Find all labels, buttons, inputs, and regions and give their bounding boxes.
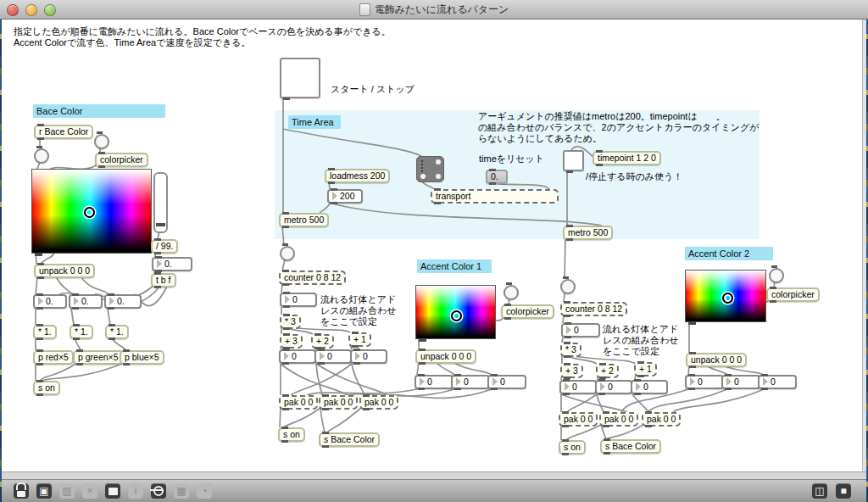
object-multiply-1[interactable]: * 1. [70,325,93,339]
object-pak[interactable]: pak 0 0 [642,412,681,427]
object-counter[interactable]: counter 0 8 12 [560,302,627,316]
inspector-icon[interactable]: i [128,483,143,499]
preset-dot[interactable] [420,174,426,179]
bang-button[interactable] [280,246,295,261]
bang-button[interactable] [34,148,49,164]
int-number-box[interactable]: 0 [279,349,316,364]
message-box-zero[interactable]: 0. [486,170,508,184]
split-view-icon[interactable]: ◫ [812,483,827,499]
object-send-on[interactable]: s on [559,440,586,455]
object-multiply-1[interactable]: * 1. [105,325,129,339]
color-swatch-accent-2[interactable] [685,270,766,322]
object-multiply-3[interactable]: * 3 [280,315,301,329]
object-receive-bace-color[interactable]: r Bace Color [34,125,93,139]
object-send-bace-color[interactable]: s Bace Color [319,432,380,447]
timepoint-toggle[interactable] [563,150,584,171]
note-line-3: らないようにしてあるため。 [478,133,760,144]
object-metro-500[interactable]: metro 500 [563,226,613,240]
object-loadmess-200[interactable]: loadmess 200 [325,169,390,183]
object-send-on[interactable]: s on [33,381,60,395]
object-pak[interactable]: pak 0 0 [599,412,638,427]
color-swatch-bace[interactable] [31,169,152,254]
int-number-box[interactable]: 0 [280,293,317,307]
object-pak[interactable]: pak 0 0 [279,395,318,410]
object-unpack[interactable]: unpack 0 0 0 [34,264,95,278]
object-colorpicker[interactable]: colorpicker [501,304,554,319]
lock-icon[interactable] [14,483,29,499]
bang-button[interactable] [769,268,784,283]
window-title-bar[interactable]: 電飾みたいに流れるパターン [0,0,868,20]
int-number-box[interactable]: 0 [721,375,760,389]
start-stop-toggle[interactable] [280,58,320,98]
patcher-canvas: 指定した色が順番に電飾みたいに流れる。Bace Colorでベースの色を決める事… [2,0,866,502]
swatch-marker[interactable] [722,293,733,304]
number-triangle-icon [74,297,79,305]
object-patcher-green[interactable]: p green×5 [73,350,124,365]
object-pak[interactable]: pak 0 0 [319,395,358,410]
int-number-box[interactable]: 0 [487,375,526,389]
swatch-marker[interactable] [84,207,95,218]
number-triangle-icon [157,259,162,268]
int-number-box[interactable]: 0 [758,375,797,389]
int-number-box[interactable]: 0 [685,375,724,389]
int-number-box[interactable]: 0 [559,380,597,394]
object-add-3[interactable]: + 3 [280,334,303,349]
minimize-window-button[interactable] [25,4,37,16]
object-metro-500[interactable]: metro 500 [279,213,329,227]
value-slider[interactable] [153,172,168,233]
object-trigger-bf[interactable]: t b f [151,273,176,287]
int-number-box[interactable]: 0 [350,349,387,364]
float-number-box[interactable]: 0. [152,257,192,271]
object-pak[interactable]: pak 0 0 [359,395,398,410]
bang-button[interactable] [94,134,109,149]
int-number-box[interactable]: 0 [314,349,352,364]
zoom-tool-icon[interactable]: ▨ [59,483,75,499]
delete-icon[interactable]: × [82,483,97,499]
zoom-window-button[interactable] [44,4,56,16]
object-divide-99[interactable]: / 99. [151,239,178,254]
object-colorpicker[interactable]: colorpicker [766,287,820,302]
int-number-box[interactable]: 0 [561,323,600,337]
float-number-box[interactable]: 0. [69,294,103,309]
grid-icon[interactable]: ▦ [174,483,189,499]
object-add-2[interactable]: + 2 [311,334,334,349]
object-add-2[interactable]: + 2 [596,364,619,378]
object-timepoint[interactable]: timepoint 1 2 0 [593,151,661,165]
new-object-icon[interactable]: ▣ [36,483,52,499]
object-multiply-1[interactable]: * 1. [33,325,57,339]
object-pak[interactable]: pak 0 0 [559,412,598,427]
object-counter[interactable]: counter 0 8 12 [279,271,346,285]
int-number-box[interactable]: 200 [327,189,363,204]
object-multiply-3[interactable]: * 3 [560,343,581,357]
presentation-mode-icon[interactable] [105,483,120,499]
swatch-marker[interactable] [451,310,462,321]
maximize-view-icon[interactable]: ■ [836,483,851,499]
preset-object[interactable] [416,156,444,182]
object-send-on[interactable]: s on [278,427,305,442]
object-patcher-red[interactable]: p red×5 [33,350,74,365]
audio-settings-icon[interactable]: ◔ [197,483,212,499]
bang-button[interactable] [560,279,576,294]
preset-dot[interactable] [436,159,441,165]
slider-handle[interactable] [156,223,165,226]
object-patcher-blue[interactable]: p blue×5 [120,350,164,365]
close-window-button[interactable] [7,4,19,16]
patch-cords-icon[interactable] [151,483,166,499]
float-number-box[interactable]: 0. [104,294,142,309]
int-number-box[interactable]: 0 [415,375,453,389]
object-add-1[interactable]: + 1 [634,362,657,376]
int-number-box[interactable]: 0 [451,375,490,389]
object-add-3[interactable]: + 3 [560,364,583,378]
object-transport[interactable]: transport [431,189,559,204]
preset-dot[interactable] [436,174,441,179]
bang-button[interactable] [504,285,519,300]
color-swatch-accent-1[interactable] [415,285,496,339]
float-number-box[interactable]: 0. [33,294,67,309]
object-colorpicker[interactable]: colorpicker [95,153,148,167]
object-unpack[interactable]: unpack 0 0 0 [415,349,476,364]
object-add-1[interactable]: + 1 [348,332,371,347]
object-send-bace-color[interactable]: s Bace Color [600,439,661,454]
int-number-box[interactable]: 0 [631,380,668,394]
object-unpack[interactable]: unpack 0 0 0 [686,353,747,367]
int-number-box[interactable]: 0 [595,380,632,394]
